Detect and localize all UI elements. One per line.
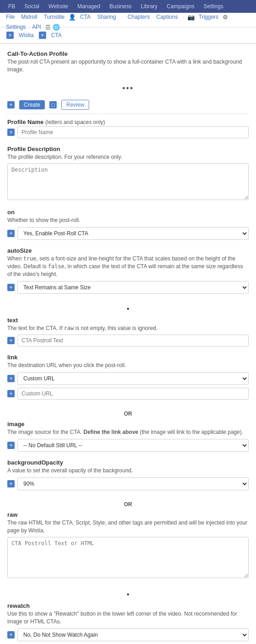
text-field: text The text for the CTA. If raw is not…: [7, 317, 249, 347]
dots-menu-top[interactable]: •••: [7, 81, 249, 96]
breadcrumb-wistia[interactable]: Wistia: [16, 31, 36, 39]
review-button[interactable]: Review: [61, 100, 89, 110]
wistia-plus-icon[interactable]: +: [6, 32, 14, 39]
raw-desc: The raw HTML for the CTA. Script, Style,…: [7, 519, 249, 535]
autosize-label: autoSize: [7, 247, 249, 254]
nav-settings[interactable]: Settings: [199, 1, 228, 11]
on-select-row: + Yes, Enable Post-Roll CTA No, Disable …: [7, 227, 249, 240]
rewatch-select[interactable]: No, Do Not Show Watch Again Yes, Show Wa…: [17, 628, 249, 641]
bg-opacity-select[interactable]: 90% 80% 70% 60% 50% 40% 30% 20% 10% 0%: [17, 477, 249, 490]
create-review-bar: + Create □ Review: [7, 96, 249, 114]
sub-navigation: File Midroll Turnstile 👤 CTA Sharing · C…: [0, 13, 256, 27]
autosize-field: autoSize When true, sets a font-size and…: [7, 247, 249, 293]
bullet-2: •: [7, 587, 249, 602]
subnav-captions[interactable]: Captions: [154, 13, 180, 21]
profile-name-note: (letters and spaces only): [45, 119, 105, 125]
subnav-file[interactable]: File: [4, 13, 17, 21]
text-plus-icon[interactable]: +: [7, 337, 15, 344]
image-desc: The image source for the CTA. Define the…: [7, 428, 249, 436]
cta-desc: The post-roll CTA present an opportunity…: [7, 58, 249, 74]
link-url-input-row: +: [7, 388, 249, 400]
subnav-midroll[interactable]: Midroll: [19, 13, 39, 21]
image-label: image: [7, 421, 249, 428]
bg-opacity-plus-icon[interactable]: +: [7, 480, 15, 487]
nav-business[interactable]: Business: [105, 1, 136, 11]
raw-label: raw: [7, 511, 249, 518]
bg-opacity-label: backgroundOpacity: [7, 459, 249, 466]
link-desc: The destination URL when you click the p…: [7, 362, 249, 369]
image-select[interactable]: -- No Default Still URL -- Use Video Sti…: [17, 439, 249, 452]
link-plus-icon-2[interactable]: +: [7, 390, 15, 397]
on-plus-icon[interactable]: +: [7, 230, 15, 237]
subnav-cta[interactable]: CTA: [78, 13, 93, 21]
nav-campaigns[interactable]: Campaigns: [162, 1, 199, 11]
image-field: image The image source for the CTA. Defi…: [7, 421, 249, 452]
cta-title: Call-To-Action Profile: [7, 50, 249, 57]
sep1: ·: [120, 14, 123, 20]
on-label: on: [7, 209, 249, 216]
bullet-1: •: [7, 301, 249, 317]
rewatch-label: rewatch: [7, 602, 249, 609]
globe-icon[interactable]: 🌐: [53, 24, 60, 31]
cta-profile-section: Call-To-Action Profile The post-roll CTA…: [7, 50, 249, 74]
nav-social[interactable]: Social: [20, 1, 44, 11]
nav-website[interactable]: Website: [44, 1, 73, 11]
link-field: link The destination URL when you click …: [7, 354, 249, 400]
on-field: on Whether to show the post-roll. + Yes,…: [7, 209, 249, 240]
bg-opacity-field: backgroundOpacity A value to set the ove…: [7, 459, 249, 490]
cta-plus-icon[interactable]: +: [39, 32, 46, 39]
bg-opacity-desc: A value to set the overall opacity of th…: [7, 467, 249, 475]
raw-field: raw The raw HTML for the CTA. Script, St…: [7, 511, 249, 580]
link-plus-icon-1[interactable]: +: [7, 375, 15, 382]
profile-name-input-row: +: [7, 126, 249, 138]
subnav-settings[interactable]: Settings: [4, 23, 28, 31]
or-divider-2: OR: [7, 498, 249, 511]
autosize-select-row: + Text Remains at Same Size Text Scales …: [7, 281, 249, 294]
main-content: Call-To-Action Profile The post-roll CTA…: [0, 44, 256, 644]
text-label: text: [7, 317, 249, 324]
image-plus-icon[interactable]: +: [7, 442, 15, 449]
subnav-api[interactable]: API: [30, 23, 43, 31]
gear-icon: ⚙: [223, 14, 228, 21]
text-input[interactable]: [17, 335, 249, 346]
or-divider-1: OR: [7, 407, 249, 421]
autosize-desc: When true, sets a font-size and line-hei…: [7, 255, 249, 278]
create-button[interactable]: Create: [19, 100, 45, 109]
link-type-select[interactable]: Custom URL Home Page Video Page: [17, 372, 249, 385]
image-select-row: + -- No Default Still URL -- Use Video S…: [7, 439, 249, 452]
subnav-chapters[interactable]: Chapters: [125, 13, 152, 21]
text-input-row: +: [7, 335, 249, 346]
profile-name-input[interactable]: [17, 126, 249, 138]
on-desc: Whether to show the post-roll.: [7, 216, 249, 224]
person-icon: 👤: [69, 14, 76, 21]
profile-name-plus-icon[interactable]: +: [7, 129, 15, 136]
text-desc: The text for the CTA. If raw is not empt…: [7, 325, 249, 332]
rewatch-select-row: + No, Do Not Show Watch Again Yes, Show …: [7, 628, 249, 641]
link-label: link: [7, 354, 249, 361]
subnav-triggers[interactable]: Triggers: [197, 13, 221, 21]
profile-name-field: Profile Name (letters and spaces only) +: [7, 119, 249, 138]
top-navigation: FB Social Website Managed Business Libra…: [0, 0, 256, 13]
autosize-select[interactable]: Text Remains at Same Size Text Scales wi…: [17, 281, 249, 294]
nav-library[interactable]: Library: [136, 1, 162, 11]
create-plus-icon: +: [7, 101, 15, 108]
raw-textarea[interactable]: [7, 537, 249, 578]
link-select-row: + Custom URL Home Page Video Page: [7, 372, 249, 385]
profile-desc-field: Profile Description The profile descript…: [7, 146, 249, 202]
review-plus-icon: □: [49, 101, 57, 108]
profile-desc-textarea[interactable]: [7, 163, 249, 200]
rewatch-plus-icon[interactable]: +: [7, 631, 15, 639]
menu-icon[interactable]: ☰: [45, 24, 51, 31]
nav-fb[interactable]: FB: [4, 1, 20, 11]
on-select[interactable]: Yes, Enable Post-Roll CTA No, Disable Po…: [17, 227, 249, 240]
rewatch-desc: Use this to show a "Rewatch" button in t…: [7, 610, 249, 626]
breadcrumb-cta[interactable]: CTA: [49, 31, 64, 39]
nav-managed[interactable]: Managed: [73, 1, 105, 11]
camera-icon: 📷: [187, 14, 195, 21]
autosize-plus-icon[interactable]: +: [7, 284, 15, 291]
profile-desc-label: Profile Description: [7, 146, 249, 152]
link-url-input[interactable]: [17, 388, 249, 400]
subnav-sharing[interactable]: Sharing: [95, 13, 118, 21]
subnav-turnstile[interactable]: Turnstile: [42, 13, 67, 21]
rewatch-field: rewatch Use this to show a "Rewatch" but…: [7, 602, 249, 641]
